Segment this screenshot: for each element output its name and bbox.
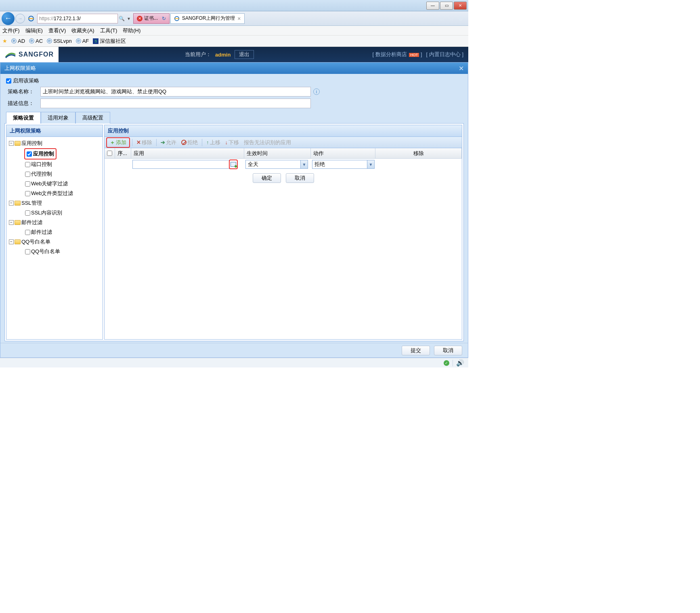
time-value: 全天 xyxy=(246,161,300,168)
window-close[interactable]: ✕ xyxy=(454,2,467,10)
folder-icon xyxy=(15,239,21,244)
tree-group-ssl[interactable]: SSL管理 xyxy=(21,198,42,208)
tab-apply-target[interactable]: 适用对象 xyxy=(41,112,75,124)
add-button[interactable]: ＋添加 xyxy=(108,138,128,147)
tools-icon[interactable]: ⚙ xyxy=(458,15,463,22)
app-lookup-button[interactable] xyxy=(229,160,238,169)
description-input[interactable] xyxy=(40,99,311,108)
forward-button[interactable]: → xyxy=(15,14,25,23)
security-shield-icon[interactable]: ✓ xyxy=(444,360,449,366)
tree-item-port-control[interactable]: 端口控制 xyxy=(31,160,52,169)
tree-toggle[interactable] xyxy=(9,220,14,225)
browser-status-bar: ✓ 🔊 xyxy=(0,358,468,367)
refresh-icon[interactable]: ↻ xyxy=(162,16,166,21)
tree-item-mail-filter[interactable]: 邮件过滤 xyxy=(31,227,52,237)
cancel-inline-button[interactable]: 取消 xyxy=(286,173,314,183)
grid-row: 全天 ▼ 拒绝 ▼ xyxy=(105,159,462,170)
policy-tree: 应用控制 应用控制 端口控制 代理控制 xyxy=(6,137,103,258)
tree-group-app-control[interactable]: 应用控制 xyxy=(21,139,42,148)
deny-icon xyxy=(181,140,187,145)
log-center-link[interactable]: [ 内置日志中心 ] xyxy=(426,51,463,58)
tree-toggle[interactable] xyxy=(9,201,14,206)
back-button[interactable]: ← xyxy=(2,12,15,25)
tab-close-icon[interactable]: × xyxy=(237,15,241,22)
bookmark-ac[interactable]: ⓔAC xyxy=(29,38,43,45)
tree-cb-port-control[interactable] xyxy=(25,162,30,167)
info-icon[interactable]: i xyxy=(313,88,320,95)
favorites-icon[interactable]: ☆ xyxy=(448,15,454,22)
tree-cb-app-control[interactable] xyxy=(27,151,32,157)
menu-view[interactable]: 查看(V) xyxy=(48,27,66,34)
chevron-down-icon[interactable]: ▼ xyxy=(367,160,374,168)
tree-cb-qq-list[interactable] xyxy=(25,249,30,254)
tree-cb-proxy-control[interactable] xyxy=(25,172,30,177)
tree-cb-web-keyword[interactable] xyxy=(25,181,30,187)
window-minimize[interactable]: — xyxy=(426,2,439,10)
tree-item-web-keyword[interactable]: Web关键字过滤 xyxy=(31,179,68,189)
col-sequence[interactable]: 序... xyxy=(115,148,131,158)
report-unknown-button[interactable]: 报告无法识别的应用 xyxy=(242,138,293,147)
window-maximize[interactable]: ▭ xyxy=(440,2,453,10)
cert-error-tab[interactable]: ✕ 证书... ↻ xyxy=(133,13,170,24)
cancel-button[interactable]: 取消 xyxy=(434,346,462,355)
menu-tools[interactable]: 工具(T) xyxy=(100,27,117,34)
allow-icon: ➔ xyxy=(161,139,165,145)
cert-error-icon: ✕ xyxy=(137,16,143,21)
movedown-button[interactable]: ↓下移 xyxy=(223,138,241,147)
bookmark-af[interactable]: ⓔAF xyxy=(76,38,89,45)
action-combo[interactable]: 拒绝 ▼ xyxy=(312,160,375,169)
policy-name-input[interactable] xyxy=(40,87,311,97)
col-app[interactable]: 应用 xyxy=(131,148,244,158)
enable-policy-checkbox[interactable] xyxy=(6,78,11,84)
add-favorite-icon[interactable]: ★ xyxy=(2,38,7,44)
data-store-link[interactable]: [ 数据分析商店 HOT ] xyxy=(372,51,422,58)
dialog-close-icon[interactable]: ✕ xyxy=(459,65,464,72)
moveup-button[interactable]: ↑上移 xyxy=(204,138,222,147)
logout-button[interactable]: 退出 xyxy=(235,50,254,59)
chevron-down-icon[interactable]: ▼ xyxy=(300,160,308,168)
remove-button[interactable]: ✕移除 xyxy=(134,138,154,147)
ie-icon xyxy=(174,16,180,21)
menu-favorites[interactable]: 收藏夹(A) xyxy=(71,27,94,34)
menu-help[interactable]: 帮助(H) xyxy=(123,27,140,34)
tree-group-mail[interactable]: 邮件过滤 xyxy=(21,218,42,227)
confirm-button[interactable]: 确定 xyxy=(253,173,281,183)
deny-button[interactable]: 拒绝 xyxy=(179,138,200,147)
bookmark-sslvpn[interactable]: ⓔSSLvpn xyxy=(47,38,72,45)
allow-button[interactable]: ➔允许 xyxy=(159,138,178,147)
time-combo[interactable]: 全天 ▼ xyxy=(245,160,308,169)
bookmark-sangfor-community[interactable]: S深信服社区 xyxy=(93,38,126,45)
tree-item-app-control[interactable]: 应用控制 xyxy=(33,149,54,159)
col-remove[interactable]: 移除 xyxy=(375,148,462,158)
menu-edit[interactable]: 编辑(E) xyxy=(25,27,43,34)
grid-body: 全天 ▼ 拒绝 ▼ 确定 xyxy=(105,159,462,183)
tree-cb-ssl-ident[interactable] xyxy=(25,210,30,216)
address-dropdown[interactable]: ▾ xyxy=(125,14,132,23)
url-host: 172.172.1.3/ xyxy=(54,16,81,21)
tree-cb-web-filetype[interactable] xyxy=(25,191,30,196)
tree-cb-mail-filter[interactable] xyxy=(25,230,30,235)
tree-group-qq[interactable]: QQ号白名单 xyxy=(21,237,50,247)
tree-item-web-filetype[interactable]: Web文件类型过滤 xyxy=(31,189,73,198)
submit-button[interactable]: 提交 xyxy=(402,346,430,355)
browser-tab[interactable]: SANGFOR上网行为管理 × xyxy=(170,13,245,24)
col-time[interactable]: 生效时间 xyxy=(244,148,311,158)
tab-advanced[interactable]: 高级配置 xyxy=(75,112,110,124)
address-bar[interactable]: https:// 172.172.1.3/ xyxy=(37,14,118,23)
tree-toggle[interactable] xyxy=(9,239,14,244)
tab-policy-settings[interactable]: 策略设置 xyxy=(6,112,41,124)
tree-item-proxy-control[interactable]: 代理控制 xyxy=(31,169,52,179)
speaker-icon[interactable]: 🔊 xyxy=(456,359,464,367)
bookmark-ad[interactable]: ⓔAD xyxy=(11,38,25,45)
tree-item-qq-list[interactable]: QQ号白名单 xyxy=(31,247,60,256)
search-icon[interactable]: 🔍 xyxy=(118,14,125,23)
select-all-checkbox[interactable] xyxy=(107,151,112,156)
selected-tree-highlight: 应用控制 xyxy=(24,148,57,160)
col-action[interactable]: 动作 xyxy=(311,148,375,158)
app-select-input[interactable] xyxy=(133,160,229,168)
tree-item-ssl-ident[interactable]: SSL内容识别 xyxy=(31,208,62,218)
tree-toggle[interactable] xyxy=(9,141,14,146)
home-icon[interactable]: ⌂ xyxy=(440,15,444,22)
os-titlebar: — ▭ ✕ xyxy=(0,0,468,11)
menu-file[interactable]: 文件(F) xyxy=(2,27,20,34)
